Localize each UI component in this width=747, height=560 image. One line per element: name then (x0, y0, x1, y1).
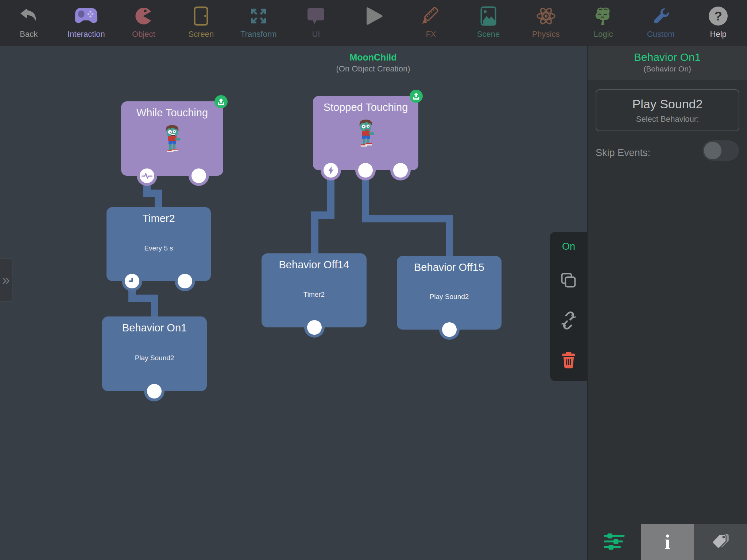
node-subtitle: Timer2 (262, 291, 367, 299)
tab-info[interactable]: i (641, 524, 694, 560)
trash-button[interactable] (558, 350, 580, 372)
toolbar-item-object[interactable]: Object (115, 0, 173, 46)
copy-icon (560, 272, 577, 291)
inspector-panel: Behavior On1 (Behavior On) Play Sound2 S… (587, 46, 747, 560)
toolbar-item-screen[interactable]: Screen (173, 0, 230, 46)
broken-link-button[interactable] (558, 310, 580, 332)
node-while-touching[interactable]: While Touching (121, 101, 223, 176)
node-title: Behavior On1 (102, 322, 207, 334)
upload-badge[interactable] (214, 95, 228, 108)
toolbar-item-label: Transform (240, 30, 276, 39)
inspector-subtitle: (Behavior On) (588, 63, 747, 73)
toolbar-item-label: Help (710, 30, 727, 39)
port-output[interactable] (304, 317, 325, 338)
toolbar-item-scene[interactable]: Scene (460, 0, 517, 46)
behavior-selector-value: Play Sound2 (632, 97, 703, 111)
pacman-icon (135, 2, 152, 30)
node-title: Stopped Touching (313, 101, 418, 113)
plain-port (307, 320, 322, 335)
tablet-icon (193, 2, 209, 30)
port-pulse[interactable] (137, 166, 157, 186)
toolbar-item-transform[interactable]: Transform (230, 0, 287, 46)
toolbar-item-custom[interactable]: Custom (632, 0, 690, 46)
node-action-toolbar: On (550, 232, 587, 381)
brain-icon (594, 2, 612, 30)
toolbar-item-logic[interactable]: Logic (574, 0, 632, 46)
toolbar-item-play[interactable] (345, 0, 402, 46)
upload-badge[interactable] (410, 90, 423, 103)
node-behavior-on1[interactable]: Behavior On1Play Sound2 (102, 316, 207, 391)
tab-properties[interactable] (588, 524, 641, 560)
node-title: Behavior Off15 (397, 261, 502, 273)
plain-port (191, 168, 206, 183)
double-chevron-icon: » (2, 273, 12, 287)
toolbar-item-help[interactable]: ?Help (689, 0, 747, 46)
toggle-knob (704, 142, 721, 159)
app-window: BackInteractionObjectScreenTransformUIFX… (0, 0, 747, 560)
copy-button[interactable] (558, 270, 580, 292)
svg-text:?: ? (714, 9, 722, 23)
tag-icon (711, 532, 731, 552)
skip-events-toggle[interactable] (703, 140, 739, 161)
clock-icon (125, 274, 139, 288)
port-output[interactable] (355, 160, 376, 180)
canvas-event-name: (On Object Creation) (336, 64, 410, 74)
toolbar-item-label: Screen (189, 30, 214, 39)
toolbar-item-label: Interaction (67, 30, 105, 39)
behavior-selector[interactable]: Play Sound2 Select Behaviour: (596, 89, 739, 131)
toolbar-item-label: Custom (647, 30, 675, 39)
plain-port (358, 163, 373, 178)
gamepad-icon (75, 2, 97, 30)
design-tools-icon (421, 2, 440, 30)
node-title: Behavior Off14 (262, 259, 367, 271)
port-output[interactable] (144, 381, 165, 401)
toolbar-item-label: Logic (594, 30, 613, 39)
inspector-header: Behavior On1 (Behavior On) (588, 46, 747, 81)
top-toolbar: BackInteractionObjectScreenTransformUIFX… (0, 0, 747, 46)
object-sprite-zombie (163, 125, 181, 154)
node-subtitle: Play Sound2 (397, 293, 502, 301)
inspector-title: Behavior On1 (588, 46, 747, 63)
toolbar-item-fx[interactable]: FX (402, 0, 460, 46)
skip-events-label: Skip Events: (596, 147, 650, 159)
toolbar-item-label: FX (426, 30, 436, 39)
info-icon: i (665, 532, 670, 552)
toolbar-item-label: Back (20, 30, 38, 39)
node-title: Timer2 (107, 213, 211, 225)
toolbar-item-physics[interactable]: Physics (517, 0, 575, 46)
node-stopped-touching[interactable]: Stopped Touching (313, 96, 418, 170)
pulse-icon (140, 168, 154, 183)
picture-icon (480, 2, 496, 30)
toolbar-item-label: UI (312, 30, 320, 39)
node-timer2[interactable]: Timer2Every 5 s (107, 207, 211, 281)
plain-port (393, 163, 408, 178)
play-icon (364, 2, 383, 30)
node-behavior-off14[interactable]: Behavior Off14Timer2 (262, 253, 367, 327)
port-bolt[interactable] (321, 160, 341, 180)
node-state-label: On (562, 241, 575, 252)
side-drawer-handle[interactable]: » (0, 258, 12, 302)
connection-wire-segment (362, 215, 453, 222)
port-output[interactable] (390, 160, 411, 180)
plain-port (442, 322, 457, 337)
trash-icon (562, 352, 576, 370)
toolbar-item-label: Scene (477, 30, 500, 39)
toolbar-item-interaction[interactable]: Interaction (58, 0, 115, 46)
node-title: While Touching (121, 107, 223, 119)
port-output[interactable] (439, 319, 460, 340)
toolbar-item-label: Object (132, 30, 155, 39)
toolbar-item-label: Physics (532, 30, 560, 39)
object-sprite-zombie (357, 119, 375, 148)
port-output[interactable] (189, 166, 209, 186)
node-subtitle: Every 5 s (107, 244, 211, 252)
node-behavior-off15[interactable]: Behavior Off15Play Sound2 (397, 256, 502, 330)
inspector-tab-bar: i (588, 524, 747, 560)
port-clock[interactable] (122, 271, 142, 291)
bolt-icon (324, 163, 338, 178)
tab-tags[interactable] (694, 524, 747, 560)
sliders-icon (604, 533, 625, 552)
toolbar-item-ui[interactable]: UI (287, 0, 345, 46)
port-output[interactable] (175, 271, 195, 291)
back-arrow-icon (19, 2, 38, 30)
toolbar-item-back[interactable]: Back (0, 0, 58, 46)
